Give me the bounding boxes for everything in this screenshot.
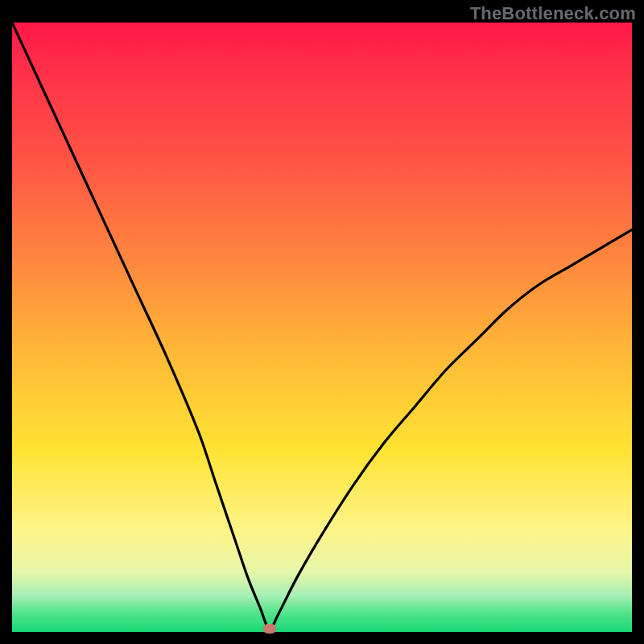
- chart-background-gradient: [12, 23, 632, 632]
- chart-area: [12, 23, 632, 632]
- curve-vertex-marker: [263, 624, 276, 634]
- page-root: TheBottleneck.com: [0, 0, 644, 644]
- watermark-text: TheBottleneck.com: [470, 3, 636, 24]
